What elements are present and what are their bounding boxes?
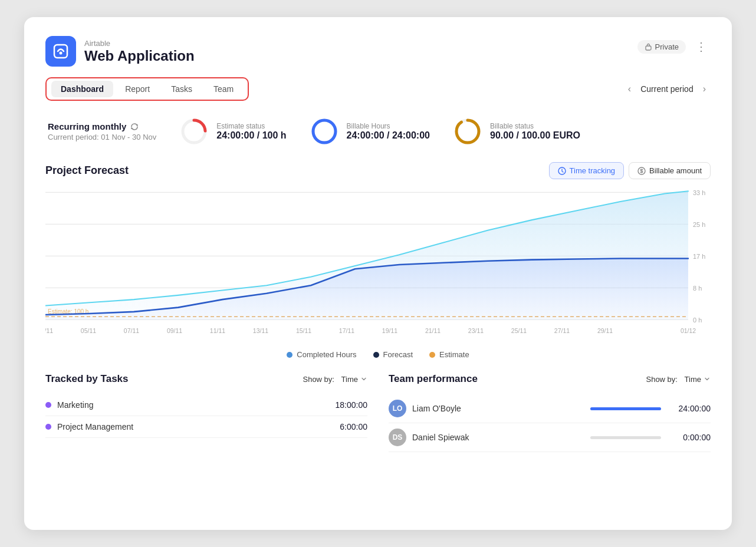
billable-status-text: Billable status 90.00 / 100.00 EURO [490, 122, 580, 141]
chart-area: 33 h 25 h 17 h 8 h 0 h Estimate: 100 h [45, 186, 711, 345]
billable-hours-text: Billable Hours 24:00:00 / 24:00:00 [347, 122, 430, 141]
task-item-pm: Project Management 6:00:00 [45, 416, 367, 438]
tab-dashboard[interactable]: Dashboard [51, 81, 113, 97]
svg-text:01/12: 01/12 [681, 327, 696, 334]
svg-text:07/11: 07/11 [124, 327, 139, 334]
task-item-marketing: Marketing 18:00:00 [45, 394, 367, 416]
svg-text:03/11: 03/11 [45, 327, 53, 334]
avatar-daniel: DS [389, 429, 406, 446]
team-item-daniel: DS Daniel Spiewak 0:00:00 [389, 423, 711, 452]
svg-text:0 h: 0 h [693, 316, 702, 323]
forecast-section: Project Forecast Time tracking Billable … [45, 162, 711, 359]
header-left: Airtable Web Application [45, 36, 195, 67]
estimate-value: 24:00:00 / 100 h [216, 130, 286, 141]
recurring-label: Recurring monthly [48, 121, 156, 131]
team-perf-header: Team performance Show by: Time [389, 373, 711, 385]
svg-text:09/11: 09/11 [167, 327, 182, 334]
app-icon [45, 36, 76, 67]
forecast-title: Project Forecast [45, 164, 129, 177]
tab-tasks[interactable]: Tasks [162, 81, 202, 97]
team-time-daniel: 0:00:00 [669, 433, 711, 442]
svg-text:25 h: 25 h [693, 220, 705, 228]
svg-text:17 h: 17 h [693, 252, 705, 259]
svg-text:25/11: 25/11 [511, 327, 527, 334]
svg-text:11/11: 11/11 [210, 327, 225, 334]
period-nav: ‹ Current period › [623, 81, 711, 97]
svg-point-8 [456, 120, 479, 143]
forecast-header: Project Forecast Time tracking Billable … [45, 162, 711, 179]
legend-dot-estimate [429, 352, 435, 358]
app-title-block: Airtable Web Application [84, 39, 195, 64]
billable-status-ring [453, 117, 482, 146]
stat-billable-status: Billable status 90.00 / 100.00 EURO [453, 117, 580, 146]
tracked-tasks-title: Tracked by Tasks [45, 373, 129, 385]
app-subtitle: Airtable [84, 39, 195, 48]
tracked-tasks-showby[interactable]: Show by: Time [303, 375, 367, 384]
team-name-daniel: Daniel Spiewak [412, 433, 469, 442]
estimate-ring [180, 117, 208, 146]
team-performance-panel: Team performance Show by: Time LO Liam O… [389, 373, 711, 452]
stat-estimate: Estimate status 24:00:00 / 100 h [180, 117, 286, 146]
tab-team[interactable]: Team [204, 81, 243, 97]
billable-amount-button[interactable]: Billable amount [629, 162, 711, 179]
billable-hours-label: Billable Hours [347, 122, 430, 130]
svg-rect-2 [646, 46, 651, 50]
main-card: Airtable Web Application Private ⋮ Dashb… [24, 17, 732, 530]
team-time-liam: 24:00:00 [669, 404, 711, 413]
period-prev-button[interactable]: ‹ [623, 81, 636, 97]
tracked-tasks-header: Tracked by Tasks Show by: Time [45, 373, 367, 385]
private-label: Private [655, 42, 679, 51]
header: Airtable Web Application Private ⋮ [45, 36, 711, 67]
avatar-liam: LO [389, 400, 406, 417]
svg-text:27/11: 27/11 [554, 327, 570, 334]
team-name-liam: Liam O'Boyle [412, 404, 461, 413]
svg-text:21/11: 21/11 [425, 327, 441, 334]
period-next-button[interactable]: › [698, 81, 711, 97]
svg-text:19/11: 19/11 [382, 327, 397, 334]
estimate-text: Estimate status 24:00:00 / 100 h [216, 122, 286, 141]
task-name-marketing: Marketing [57, 400, 93, 410]
team-bar-track-daniel [590, 436, 661, 439]
stats-row: Recurring monthly Current period: 01 Nov… [45, 117, 711, 146]
legend-estimate: Estimate [429, 350, 469, 359]
svg-text:13/11: 13/11 [253, 327, 268, 334]
svg-point-1 [60, 52, 63, 55]
svg-text:23/11: 23/11 [468, 327, 484, 334]
stat-billable-hours: Billable Hours 24:00:00 / 24:00:00 [310, 117, 430, 146]
team-bar-fill-liam [590, 407, 661, 410]
header-right: Private ⋮ [637, 38, 711, 55]
nav-tabs-row: Dashboard Report Tasks Team ‹ Current pe… [45, 77, 711, 101]
task-name-pm: Project Management [57, 422, 133, 431]
nav-tabs: Dashboard Report Tasks Team [45, 77, 249, 101]
period-label: Current period [640, 84, 693, 94]
time-tracking-button[interactable]: Time tracking [549, 162, 624, 179]
tab-report[interactable]: Report [116, 81, 159, 97]
team-item-liam: LO Liam O'Boyle 24:00:00 [389, 394, 711, 423]
task-time-marketing: 18:00:00 [336, 400, 368, 410]
forecast-buttons: Time tracking Billable amount [549, 162, 711, 179]
svg-point-6 [313, 120, 336, 143]
tracked-by-tasks-panel: Tracked by Tasks Show by: Time Marketing… [45, 373, 367, 452]
stats-label-block: Recurring monthly Current period: 01 Nov… [48, 121, 156, 141]
chart-legend: Completed Hours Forecast Estimate [45, 350, 711, 359]
private-badge: Private [637, 40, 686, 54]
team-perf-showby[interactable]: Show by: Time [646, 375, 711, 384]
app-title: Web Application [84, 48, 195, 64]
legend-forecast: Forecast [373, 350, 413, 359]
legend-dot-forecast [373, 352, 379, 358]
billable-status-label: Billable status [490, 122, 580, 130]
team-bar-track-liam [590, 407, 661, 410]
billable-hours-ring [310, 117, 338, 146]
estimate-label: Estimate status [216, 122, 286, 130]
task-dot-marketing [45, 402, 51, 408]
svg-rect-0 [54, 45, 67, 58]
more-options-button[interactable]: ⋮ [692, 38, 711, 55]
legend-dot-completed [287, 352, 292, 358]
svg-text:8 h: 8 h [693, 284, 702, 291]
task-dot-pm [45, 424, 51, 430]
svg-text:33 h: 33 h [693, 189, 705, 196]
svg-text:17/11: 17/11 [339, 327, 354, 334]
svg-text:29/11: 29/11 [597, 327, 613, 334]
legend-completed-hours: Completed Hours [287, 350, 356, 359]
svg-text:05/11: 05/11 [81, 327, 96, 334]
